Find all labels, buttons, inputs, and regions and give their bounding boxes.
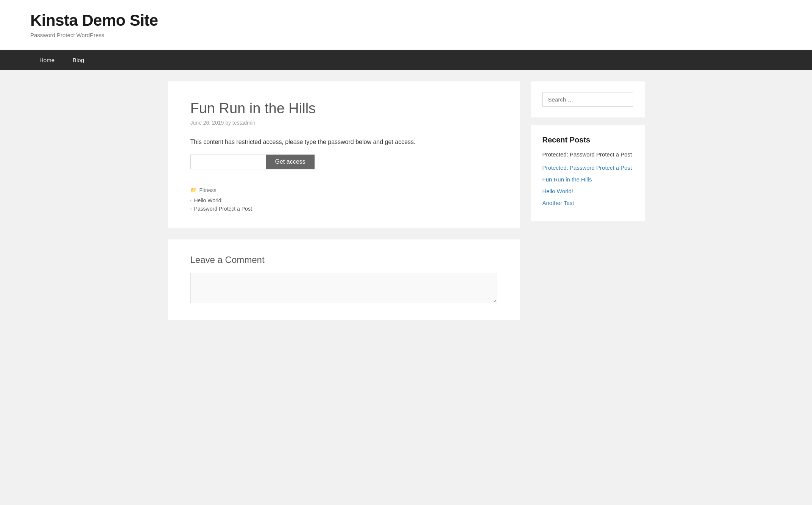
- folder-icon: 📁: [190, 187, 196, 193]
- article-meta: June 26, 2019 by testadmin: [190, 120, 497, 126]
- nav-next: › Password Protect a Post: [190, 205, 497, 213]
- article-title: Fun Run in the Hills: [190, 100, 497, 117]
- site-header: Kinsta Demo Site Password Protect WordPr…: [0, 0, 812, 50]
- recent-posts-widget: Recent Posts Protected: Password Protect…: [531, 125, 645, 221]
- list-item: Another Test: [542, 199, 633, 207]
- recent-posts-list: Protected: Password Protect a Post Prote…: [542, 150, 633, 207]
- article-date: June 26, 2019: [190, 120, 224, 126]
- list-item: Hello World!: [542, 187, 633, 195]
- nav-item-home: Home: [30, 50, 64, 70]
- prev-arrow-icon: ‹: [190, 198, 192, 203]
- password-input[interactable]: [190, 155, 266, 169]
- nav-link-blog[interactable]: Blog: [64, 50, 93, 70]
- recent-post-plain-0: Protected: Password Protect a Post: [542, 151, 632, 158]
- next-post-link[interactable]: Password Protect a Post: [194, 206, 252, 212]
- next-arrow-icon: ›: [190, 206, 192, 211]
- post-navigation: ‹ Hello World! › Password Protect a Post: [190, 196, 497, 213]
- recent-post-link-2[interactable]: Fun Run in the Hills: [542, 176, 592, 183]
- sidebar: Recent Posts Protected: Password Protect…: [531, 81, 645, 229]
- article-footer: 📁 Fitness ‹ Hello World! › Password Prot…: [190, 181, 497, 213]
- nav-prev: ‹ Hello World!: [190, 196, 497, 205]
- category-link[interactable]: Fitness: [199, 187, 217, 193]
- restricted-message: This content has restricted access, plea…: [190, 137, 497, 147]
- article-author[interactable]: testadmin: [232, 120, 256, 126]
- nav-item-blog: Blog: [64, 50, 93, 70]
- site-content: Fun Run in the Hills June 26, 2019 by te…: [160, 70, 652, 331]
- main-column: Fun Run in the Hills June 26, 2019 by te…: [168, 81, 520, 320]
- comment-textarea[interactable]: [190, 273, 497, 303]
- comments-title: Leave a Comment: [190, 255, 497, 265]
- entry-categories: 📁 Fitness: [190, 187, 497, 193]
- recent-post-link-1[interactable]: Protected: Password Protect a Post: [542, 164, 632, 171]
- recent-post-link-3[interactable]: Hello World!: [542, 188, 573, 194]
- nav-list: Home Blog: [30, 50, 782, 70]
- list-item: Protected: Password Protect a Post: [542, 150, 633, 158]
- search-widget: [531, 81, 645, 117]
- nav-link-home[interactable]: Home: [30, 50, 64, 70]
- get-access-button[interactable]: Get access: [266, 155, 315, 169]
- recent-post-link-4[interactable]: Another Test: [542, 200, 574, 206]
- list-item: Fun Run in the Hills: [542, 175, 633, 183]
- recent-posts-title: Recent Posts: [542, 136, 633, 144]
- site-tagline: Password Protect WordPress: [30, 32, 782, 38]
- search-input[interactable]: [542, 92, 633, 107]
- article-by: by: [225, 120, 232, 126]
- site-title: Kinsta Demo Site: [30, 11, 782, 30]
- prev-post-link[interactable]: Hello World!: [194, 197, 223, 203]
- comments-section: Leave a Comment: [168, 239, 520, 320]
- article-card: Fun Run in the Hills June 26, 2019 by te…: [168, 81, 520, 228]
- site-nav: Home Blog: [0, 50, 812, 70]
- list-item: Protected: Password Protect a Post: [542, 164, 633, 172]
- password-form: Get access: [190, 155, 497, 169]
